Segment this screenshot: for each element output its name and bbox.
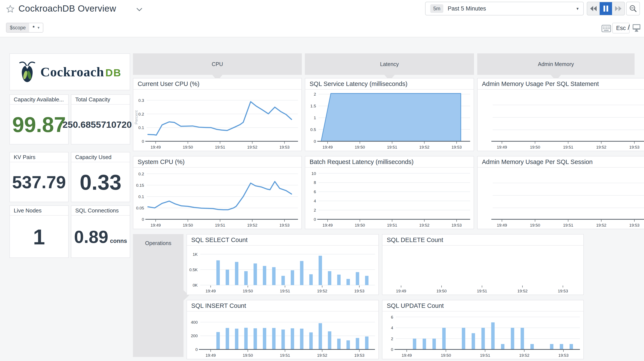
scope-caret-down-icon: ▾ xyxy=(38,25,40,30)
svg-text:19:49: 19:49 xyxy=(322,223,333,228)
svg-text:19:51: 19:51 xyxy=(280,353,290,358)
rewind-icon xyxy=(590,6,597,11)
svg-text:0: 0 xyxy=(195,347,198,352)
svg-text:19:50: 19:50 xyxy=(530,223,540,228)
svg-text:19:50: 19:50 xyxy=(436,289,447,293)
svg-text:0.5: 0.5 xyxy=(310,127,316,132)
stat-unit: conns xyxy=(110,238,127,244)
svg-text:19:53: 19:53 xyxy=(558,353,568,358)
svg-text:19:49: 19:49 xyxy=(206,289,216,293)
chart-plot-sql-select-count[interactable]: 0K0.5K1K19:4919:5019:5119:5219:53 xyxy=(187,246,378,294)
chart-card-sql-insert-count: SQL INSERT Count 020040019:4919:5019:511… xyxy=(186,300,379,359)
svg-text:2: 2 xyxy=(314,92,316,96)
svg-text:8: 8 xyxy=(314,180,316,185)
chart-plot-sql-insert-count[interactable]: 020040019:4919:5019:5119:5219:53 xyxy=(187,312,378,359)
chart-plot-batch-request-latency[interactable]: 024681019:4919:5019:5119:5219:53 xyxy=(305,168,474,229)
chart-title: SQL DELETE Count xyxy=(382,234,583,246)
svg-text:0.05: 0.05 xyxy=(136,206,144,210)
magnifier-minus-icon xyxy=(629,5,637,12)
stat-title: Total Capacity xyxy=(72,95,130,104)
fast-forward-icon xyxy=(615,6,622,11)
chart-title: Batch Request Latency (milliseconds) xyxy=(305,156,474,168)
svg-text:19:50: 19:50 xyxy=(441,353,451,358)
group-label: Latency xyxy=(380,61,399,67)
chart-plot-admin-memory-statement[interactable]: 19:4919:5019:5119:5219:53 xyxy=(478,90,644,151)
stat-value: 1 xyxy=(33,226,45,248)
svg-text:6: 6 xyxy=(314,190,316,194)
svg-text:19:49: 19:49 xyxy=(206,353,216,358)
chart-card-sql-service-latency: SQL Service Latency (milliseconds) 00.51… xyxy=(305,78,474,151)
chart-title: SQL SELECT Count xyxy=(187,234,378,246)
svg-text:19:52: 19:52 xyxy=(419,145,430,150)
stat-value: 537.79 xyxy=(12,174,66,191)
svg-text:1K: 1K xyxy=(193,252,198,256)
esc-button[interactable]: Esc xyxy=(612,23,630,34)
page-title[interactable]: CockroachDB Overview xyxy=(18,4,116,14)
svg-text:200: 200 xyxy=(191,334,198,338)
template-variable-scope[interactable]: $scope * ▾ xyxy=(6,23,43,32)
chart-card-admin-memory-session: Admin Memory Usage Per SQL Session 19:49… xyxy=(477,156,644,229)
chart-card-batch-request-latency: Batch Request Latency (milliseconds) 024… xyxy=(305,156,474,229)
stat-card-live-nodes: Live Nodes 1 xyxy=(10,205,68,258)
stat-card-capacity-available: Capacity Available... 99.87 xyxy=(10,94,68,144)
group-header-operations[interactable]: Operations xyxy=(133,234,184,357)
stat-number: 0.89 xyxy=(74,228,108,246)
chart-plot-sql-update-count[interactable]: 024619:4919:5019:5119:5219:53 xyxy=(382,312,583,359)
svg-text:6: 6 xyxy=(391,315,393,320)
stat-title: Capacity Available... xyxy=(10,95,68,104)
chart-card-admin-memory-statement: Admin Memory Usage Per SQL Statement 19:… xyxy=(477,78,644,151)
fullscreen-monitor-icon[interactable] xyxy=(632,24,640,32)
group-header-cpu[interactable]: CPU xyxy=(133,54,302,75)
svg-text:19:49: 19:49 xyxy=(402,353,412,358)
keyboard-shortcuts-icon[interactable] xyxy=(602,25,611,32)
chart-plot-current-user-cpu[interactable]: 00.10.20.319:4919:5019:5119:5219:53Perce… xyxy=(133,90,302,151)
time-range-label: Past 5 Minutes xyxy=(448,5,572,12)
stat-card-total-capacity: Total Capacity 250.6855710720 GB xyxy=(71,94,130,144)
svg-text:19:53: 19:53 xyxy=(629,145,640,150)
scope-variable-value[interactable]: * ▾ xyxy=(29,23,43,32)
chart-plot-admin-memory-session[interactable]: 19:4919:5019:5119:5219:53 xyxy=(478,168,644,229)
time-pause-button[interactable] xyxy=(600,2,612,15)
svg-text:19:49: 19:49 xyxy=(396,289,406,293)
chart-title: SQL Service Latency (milliseconds) xyxy=(305,78,474,90)
svg-text:0.2: 0.2 xyxy=(138,112,144,116)
svg-text:0K: 0K xyxy=(193,283,198,288)
svg-text:1: 1 xyxy=(314,116,316,120)
time-backward-button[interactable] xyxy=(587,2,600,15)
svg-text:19:52: 19:52 xyxy=(519,353,530,358)
dashboard-root: CockroachDB Overview $scope * ▾ 5m Past … xyxy=(0,0,644,361)
svg-text:4: 4 xyxy=(391,326,393,330)
chart-card-sql-update-count: SQL UPDATE Count 024619:4919:5019:5119:5… xyxy=(382,300,584,359)
stat-title: Capacity Used xyxy=(72,152,130,162)
svg-text:19:50: 19:50 xyxy=(530,145,540,150)
favorite-star-icon[interactable] xyxy=(6,5,14,13)
svg-text:19:50: 19:50 xyxy=(243,353,253,358)
svg-text:0: 0 xyxy=(142,217,144,222)
svg-text:19:53: 19:53 xyxy=(558,289,568,293)
time-nav-button-group xyxy=(587,2,625,16)
svg-text:19:51: 19:51 xyxy=(480,353,490,358)
group-header-admin-memory[interactable]: Admin Memory xyxy=(477,54,634,75)
time-forward-button[interactable] xyxy=(612,2,624,15)
svg-text:19:51: 19:51 xyxy=(563,223,573,228)
svg-text:Percent: Percent xyxy=(134,110,138,124)
stat-card-kv-pairs: KV Pairs 537.79 xyxy=(10,152,68,202)
group-header-latency[interactable]: Latency xyxy=(305,54,474,75)
stat-value: 0.33 xyxy=(80,172,122,193)
scope-value-text: * xyxy=(32,25,34,31)
svg-text:19:53: 19:53 xyxy=(354,353,364,358)
svg-text:19:50: 19:50 xyxy=(355,223,365,228)
title-chevron-down-icon[interactable] xyxy=(136,8,142,12)
svg-text:2: 2 xyxy=(314,208,316,212)
chart-plot-system-cpu[interactable]: 00.050.10.150.219:4919:5019:5119:5219:53 xyxy=(133,168,302,229)
svg-text:0: 0 xyxy=(314,139,316,144)
svg-text:19:49: 19:49 xyxy=(497,223,507,228)
svg-text:0: 0 xyxy=(314,217,316,222)
zoom-out-button[interactable] xyxy=(626,2,640,16)
time-range-selector[interactable]: 5m Past 5 Minutes ▾ xyxy=(425,2,584,16)
chart-plot-sql-service-latency[interactable]: 00.511.5219:4919:5019:5119:5219:53 xyxy=(305,90,474,151)
svg-text:19:52: 19:52 xyxy=(317,289,327,293)
group-label: Admin Memory xyxy=(538,61,574,67)
chart-plot-sql-delete-count[interactable]: 19:4919:5019:5119:5219:53 xyxy=(382,246,583,294)
svg-text:19:49: 19:49 xyxy=(497,145,507,150)
